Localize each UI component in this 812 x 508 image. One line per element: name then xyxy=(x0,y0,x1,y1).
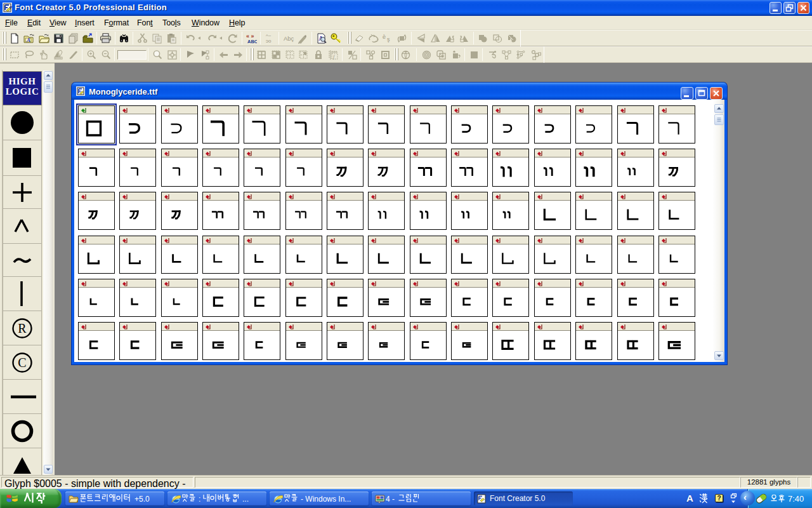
svg-text:ş: ş xyxy=(387,36,390,43)
svg-text:ɔo: ɔo xyxy=(266,38,272,44)
svg-text:A: A xyxy=(26,37,30,43)
svg-text:ABC: ABC xyxy=(247,39,257,44)
svg-text:Abç: Abç xyxy=(284,35,294,42)
svg-text:è: è xyxy=(383,34,386,40)
svg-text:R: R xyxy=(18,321,27,335)
svg-text:C: C xyxy=(18,356,26,370)
